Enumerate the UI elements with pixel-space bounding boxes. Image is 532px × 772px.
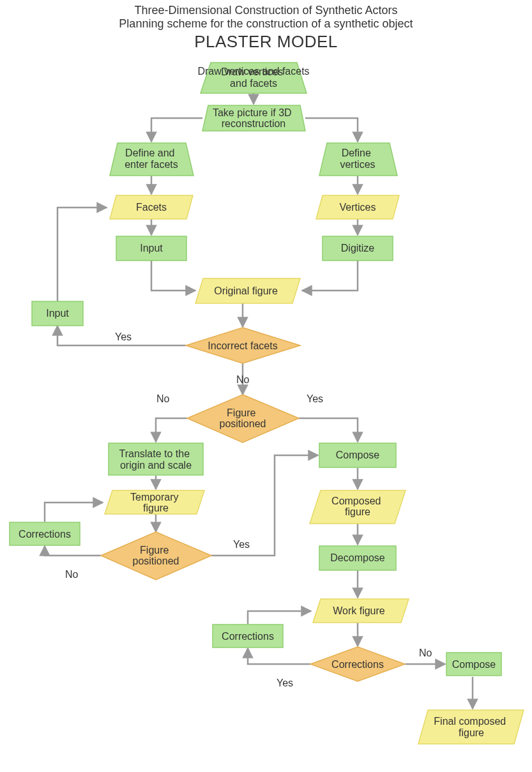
node-incorrect-facets: Incorrect facets (186, 328, 300, 363)
node-decompose: Decompose (319, 546, 396, 570)
node-compose1: Compose (319, 443, 396, 467)
svg-text:Work figure: Work figure (333, 605, 385, 616)
svg-text:Input: Input (140, 243, 163, 254)
node-input-loop: Input (32, 301, 83, 326)
node-corrections-d: Corrections (310, 647, 405, 681)
svg-text:Vertices: Vertices (340, 202, 376, 213)
label-figpos1-no: No (156, 393, 170, 404)
label-figpos1-yes: Yes (307, 393, 323, 404)
node-compose2: Compose (446, 653, 501, 676)
node-original-figure: Original figure (195, 278, 300, 303)
svg-text:Decompose: Decompose (330, 552, 384, 563)
text-draw: Draw vertices and facets (221, 66, 285, 89)
svg-text:Digitize: Digitize (341, 243, 375, 254)
node-corrections-left: Corrections (10, 522, 80, 545)
svg-text:Corrections: Corrections (19, 529, 71, 540)
svg-text:Corrections: Corrections (331, 659, 384, 670)
node-input-proc: Input (116, 236, 186, 261)
svg-text:Incorrect facets: Incorrect facets (208, 340, 277, 351)
svg-text:Facets: Facets (136, 202, 167, 213)
text-take-picture: Take picture if 3D reconstruction (213, 107, 294, 129)
node-facets: Facets (110, 195, 193, 219)
label-incorrect-no: No (236, 374, 250, 385)
node-work-figure: Work figure (313, 599, 409, 623)
node-corrections-bot: Corrections (213, 624, 283, 647)
label-corr-no: No (419, 647, 432, 658)
label-corr-yes: Yes (277, 677, 293, 688)
label-figpos2-yes: Yes (233, 539, 250, 550)
svg-text:Compose: Compose (452, 659, 496, 670)
node-digitize: Digitize (323, 236, 393, 261)
text-define-facets: Define and enter facets (125, 148, 178, 170)
svg-text:Input: Input (46, 308, 69, 319)
node-vertices: Vertices (316, 195, 399, 219)
label-incorrect-yes: Yes (115, 331, 132, 342)
flowchart-svg: Yes No No Yes No Yes Yes No Draw vertice… (0, 0, 532, 772)
svg-text:Corrections: Corrections (222, 631, 274, 642)
svg-text:Original figure: Original figure (214, 285, 278, 296)
text-translate: Translate to the origin and scale (119, 448, 192, 471)
svg-text:Compose: Compose (336, 450, 380, 460)
text-define-vertices: Define vertices (340, 148, 375, 170)
label-figpos2-no: No (65, 569, 79, 580)
